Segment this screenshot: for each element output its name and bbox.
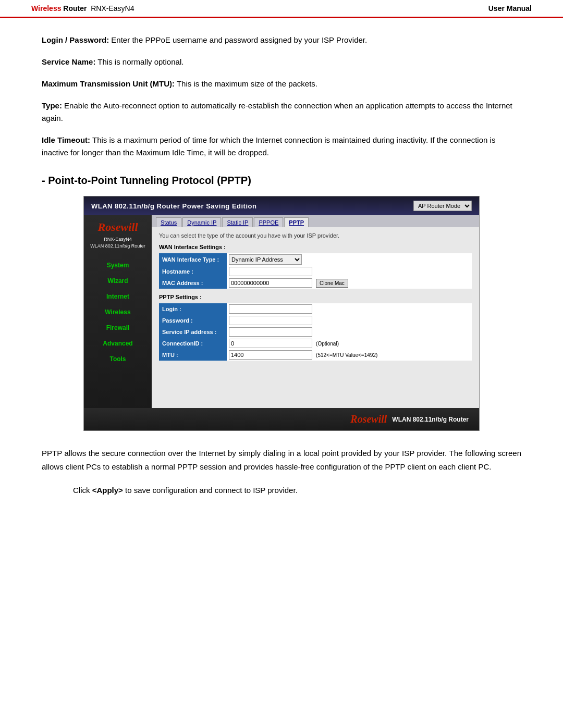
- paragraph-idle: Idle Timeout: This is a maximum period o…: [42, 134, 521, 159]
- text-mtu: This is the maximum size of the packets.: [177, 79, 317, 88]
- header-manual: User Manual: [488, 4, 532, 13]
- rs-footer-logo: Rosewill: [350, 413, 387, 425]
- connection-id-value: (Optional): [227, 338, 472, 349]
- hostname-input[interactable]: [229, 267, 312, 276]
- mtu-value: (512<=MTU Value<=1492): [227, 349, 472, 361]
- label-login: Login / Password:: [42, 35, 109, 44]
- tab-dynamic-ip[interactable]: Dynamic IP: [182, 217, 221, 227]
- mac-value: Clone Mac: [227, 277, 472, 289]
- tab-pppoe[interactable]: PPPOE: [254, 217, 283, 227]
- mac-input[interactable]: [229, 278, 312, 288]
- rs-content: You can select the type of the account y…: [152, 227, 479, 371]
- header-brand: Wireless Router RNX-EasyN4: [31, 4, 134, 13]
- main-content: Login / Password: Enter the PPPoE userna…: [0, 18, 563, 523]
- tab-static-ip[interactable]: Static IP: [222, 217, 253, 227]
- password-value: [227, 315, 472, 326]
- label-mtu: Maximum Transmission Unit (MTU):: [42, 79, 175, 88]
- rs-model-line1: RNX-EasyN4: [90, 236, 145, 243]
- rs-header: WLAN 802.11n/b/g Router Power Saving Edi…: [84, 196, 479, 215]
- table-row: WAN Interface Type : Dynamic IP Address: [159, 253, 472, 266]
- table-row: Service IP address :: [159, 326, 472, 338]
- pptp-table: Login : Password : Service: [159, 303, 472, 361]
- section-heading-pptp: - Point-to-Point Tunneling Protocol (PPT…: [42, 175, 521, 187]
- login-input[interactable]: [229, 304, 312, 314]
- rs-description: You can select the type of the account y…: [159, 232, 472, 239]
- paragraph-service-name: Service Name: This is normally optional.: [42, 56, 521, 68]
- login-label: Login :: [159, 303, 227, 315]
- brand-router: Router: [61, 4, 87, 13]
- router-screenshot: WLAN 802.11n/b/g Router Power Saving Edi…: [83, 196, 480, 431]
- table-row: MTU : (512<=MTU Value<=1492): [159, 349, 472, 361]
- connection-id-label: ConnectionID :: [159, 338, 227, 349]
- text-login: Enter the PPPoE username and password as…: [111, 35, 367, 44]
- sidebar-item-advanced[interactable]: Advanced: [84, 338, 152, 349]
- login-value: [227, 303, 472, 315]
- rs-mode-select[interactable]: AP Router Mode: [413, 201, 472, 211]
- sidebar-item-firewall[interactable]: Firewall: [84, 323, 152, 333]
- rs-body: Rosewill RNX-EasyN4 WLAN 802.11n/b/g Rou…: [84, 215, 479, 408]
- sidebar-item-tools[interactable]: Tools: [84, 354, 152, 364]
- rs-main-panel: Status Dynamic IP Static IP PPPOE PPTP Y…: [152, 215, 479, 408]
- table-row: ConnectionID : (Optional): [159, 338, 472, 349]
- bottom-paragraph-apply: Click <Apply> to save configuration and …: [42, 484, 521, 497]
- label-service-name: Service Name:: [42, 57, 95, 66]
- tab-pptp[interactable]: PPTP: [284, 217, 309, 227]
- apply-label: <Apply>: [92, 486, 123, 495]
- password-input[interactable]: [229, 316, 312, 325]
- rs-model-line2: WLAN 802.11n/b/g Router: [90, 243, 145, 250]
- table-row: MAC Address : Clone Mac: [159, 277, 472, 289]
- paragraph-mtu: Maximum Transmission Unit (MTU): This is…: [42, 78, 521, 90]
- paragraph-type: Type: Enable the Auto-reconnect option t…: [42, 100, 521, 125]
- bottom-paragraph-pptp: PPTP allows the secure connection over t…: [42, 447, 521, 473]
- rs-footer-text: WLAN 802.11n/b/g Router: [392, 416, 469, 423]
- wan-section-title: WAN Interface Settings :: [159, 244, 472, 250]
- text-service-name: This is normally optional.: [97, 57, 183, 66]
- hostname-value: [227, 266, 472, 277]
- table-row: Password :: [159, 315, 472, 326]
- rs-title-text: WLAN 802.11n/b/g Router Power Saving Edi…: [91, 202, 256, 210]
- wan-type-select[interactable]: Dynamic IP Address: [229, 254, 302, 265]
- table-row: Login :: [159, 303, 472, 315]
- brand-wireless: Wireless: [31, 4, 61, 13]
- label-idle: Idle Timeout:: [42, 135, 90, 144]
- clone-mac-button[interactable]: Clone Mac: [316, 279, 348, 288]
- rs-sidebar: Rosewill RNX-EasyN4 WLAN 802.11n/b/g Rou…: [84, 215, 152, 408]
- wan-type-value: Dynamic IP Address: [227, 253, 472, 266]
- service-ip-value: [227, 326, 472, 338]
- rs-tabs: Status Dynamic IP Static IP PPPOE PPTP: [152, 215, 479, 227]
- sidebar-item-wireless[interactable]: Wireless: [84, 307, 152, 317]
- rs-footer: Rosewill WLAN 802.11n/b/g Router: [84, 408, 479, 430]
- connection-id-input[interactable]: [229, 339, 312, 348]
- table-row: Hostname :: [159, 266, 472, 277]
- paragraph-login: Login / Password: Enter the PPPoE userna…: [42, 34, 521, 46]
- mac-label: MAC Address :: [159, 277, 227, 289]
- sidebar-item-internet[interactable]: Internet: [84, 291, 152, 302]
- sidebar-item-system[interactable]: System: [84, 260, 152, 270]
- wan-type-label: WAN Interface Type :: [159, 253, 227, 266]
- text-idle: This is a maximum period of time for whi…: [42, 135, 495, 157]
- header-model: RNX-EasyN4: [91, 4, 134, 13]
- mtu-label: MTU :: [159, 349, 227, 361]
- tab-status[interactable]: Status: [156, 217, 181, 227]
- connection-id-note: (Optional): [316, 341, 339, 347]
- rs-sidebar-logo: Rosewill: [97, 220, 138, 234]
- wan-table: WAN Interface Type : Dynamic IP Address …: [159, 253, 472, 289]
- text-type: Enable the Auto-reconnect option to auto…: [42, 101, 512, 122]
- hostname-label: Hostname :: [159, 266, 227, 277]
- rs-header-title: WLAN 802.11n/b/g Router Power Saving Edi…: [91, 202, 256, 210]
- page-header: Wireless Router RNX-EasyN4 User Manual: [0, 0, 563, 18]
- service-ip-label: Service IP address :: [159, 326, 227, 338]
- pptp-section-title: PPTP Settings :: [159, 294, 472, 300]
- mtu-note: (512<=MTU Value<=1492): [316, 352, 377, 358]
- label-type: Type:: [42, 101, 62, 110]
- sidebar-item-wizard[interactable]: Wizard: [84, 276, 152, 286]
- mtu-input[interactable]: [229, 350, 312, 360]
- password-label: Password :: [159, 315, 227, 326]
- service-ip-input[interactable]: [229, 327, 312, 337]
- rs-sidebar-model: RNX-EasyN4 WLAN 802.11n/b/g Router: [90, 236, 145, 249]
